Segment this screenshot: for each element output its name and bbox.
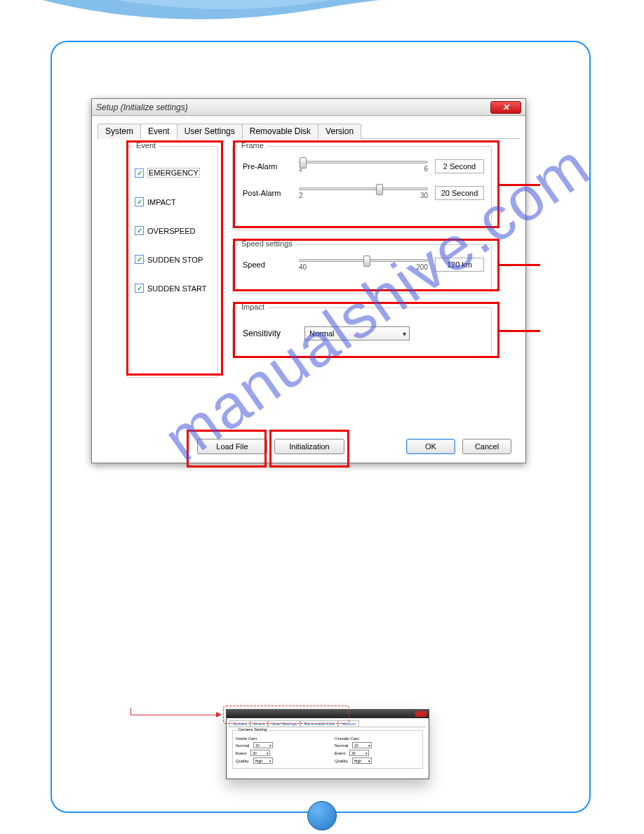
frame-groupbox-legend: Frame xyxy=(239,141,267,150)
frame-groupbox: Frame Pre-Alarm 2 6 2 Second Post-Alarm xyxy=(232,146,492,230)
prealarm-row: Pre-Alarm 2 6 2 Second xyxy=(243,159,484,173)
speed-label: Speed xyxy=(243,260,292,269)
speed-groupbox-legend: Speed settings xyxy=(239,239,295,248)
check-impact[interactable]: ✓ IMPACT xyxy=(135,197,217,206)
mini-content: Camera Setting Inside Cam Normal15 Event… xyxy=(227,727,429,772)
check-overspeed[interactable]: ✓ OVERSPEED xyxy=(135,226,217,235)
mini-inside-col: Inside Cam Normal15 Event20 QualityHigh xyxy=(236,736,321,765)
mini-camera-group: Camera Setting Inside Cam Normal15 Event… xyxy=(232,730,423,769)
mini-tab[interactable]: Version xyxy=(338,720,359,727)
annotation-arrow xyxy=(130,715,219,715)
speed-slider[interactable] xyxy=(299,259,428,262)
speed-max: 200 xyxy=(416,263,428,271)
checkbox-icon: ✓ xyxy=(135,284,144,293)
dialog-button-row: Load File Initialization OK Cancel xyxy=(92,439,525,454)
checkbox-label: OVERSPEED xyxy=(147,227,195,235)
speed-value: 120 km xyxy=(435,258,484,272)
speed-min: 40 xyxy=(299,263,307,271)
mini-dropdown[interactable]: 15 xyxy=(352,742,372,748)
checkbox-icon: ✓ xyxy=(135,255,144,264)
mini-outside-header: Outside Cam xyxy=(335,736,420,741)
page-number-circle xyxy=(307,801,337,830)
mini-outside-col: Outside Cam Normal15 Event20 QualityHigh xyxy=(335,736,420,765)
dialog-title: Setup (Initialize settings) xyxy=(96,102,188,112)
mini-titlebar xyxy=(227,710,429,718)
tab-strip: System Event User Settings Removable Dis… xyxy=(98,123,520,139)
mini-dropdown[interactable]: 20 xyxy=(349,750,369,756)
impact-groupbox: Impact Sensitivity Normal xyxy=(232,307,492,357)
speed-groupbox: Speed settings Speed 40 200 120 km xyxy=(232,244,492,293)
impact-groupbox-legend: Impact xyxy=(239,303,267,311)
close-button[interactable]: ✕ xyxy=(490,101,521,114)
annotation-arrow xyxy=(130,708,131,715)
mini-row-label: Quality xyxy=(335,759,348,763)
slider-thumb[interactable] xyxy=(363,256,370,267)
postalarm-row: Post-Alarm 2 30 20 Second xyxy=(243,186,484,200)
initialization-button[interactable]: Initialization xyxy=(274,439,344,454)
mini-row-label: Normal xyxy=(236,743,249,748)
check-sudden-start[interactable]: ✓ SUDDEN START xyxy=(135,284,217,293)
sensitivity-row: Sensitivity Normal xyxy=(243,326,484,340)
postalarm-min: 2 xyxy=(299,192,303,199)
tab-removable-disk[interactable]: Removable Disk xyxy=(242,124,318,139)
mini-close-button[interactable] xyxy=(415,711,427,717)
sensitivity-label: Sensitivity xyxy=(243,329,292,338)
mini-dropdown[interactable]: High xyxy=(352,757,372,764)
tab-content: Event ✓ EMERGENCY ✓ IMPACT ✓ OVERSPEED ✓… xyxy=(92,139,525,434)
checkbox-label: SUDDEN STOP xyxy=(147,256,203,264)
mini-camera-legend: Camera Setting xyxy=(236,727,269,732)
arrow-head-icon xyxy=(216,712,222,717)
postalarm-value: 20 Second xyxy=(435,186,484,200)
mini-dialog: System Event User Settings Removable Dis… xyxy=(226,709,429,779)
check-sudden-stop[interactable]: ✓ SUDDEN STOP xyxy=(135,255,217,264)
speed-row: Speed 40 200 120 km xyxy=(243,258,484,272)
mini-tab[interactable]: User Settings xyxy=(268,720,300,727)
checkbox-label: IMPACT xyxy=(147,198,176,206)
mini-tab[interactable]: Removable Disk xyxy=(300,720,338,727)
check-emergency[interactable]: ✓ EMERGENCY xyxy=(135,168,217,178)
cancel-button[interactable]: Cancel xyxy=(462,439,511,454)
sensitivity-value: Normal xyxy=(309,329,334,338)
ok-button[interactable]: OK xyxy=(406,439,455,454)
postalarm-slider[interactable] xyxy=(299,187,428,190)
mini-inside-header: Inside Cam xyxy=(236,736,321,741)
event-groupbox: Event ✓ EMERGENCY ✓ IMPACT ✓ OVERSPEED ✓… xyxy=(127,146,218,378)
postalarm-label: Post-Alarm xyxy=(243,189,292,197)
prealarm-label: Pre-Alarm xyxy=(243,162,292,171)
mini-row-label: Event xyxy=(236,751,246,755)
titlebar: Setup (Initialize settings) ✕ xyxy=(92,99,525,116)
mini-row-label: Quality xyxy=(236,759,249,763)
tab-event[interactable]: Event xyxy=(140,124,177,139)
sensitivity-dropdown[interactable]: Normal xyxy=(304,326,410,340)
postalarm-max: 30 xyxy=(420,192,428,199)
mini-tab[interactable]: Event xyxy=(250,720,268,727)
tab-system[interactable]: System xyxy=(98,124,141,139)
slider-thumb[interactable] xyxy=(376,184,383,195)
event-groupbox-legend: Event xyxy=(133,141,159,150)
top-wave xyxy=(0,0,644,35)
checkbox-label: EMERGENCY xyxy=(147,168,200,178)
mini-dropdown[interactable]: 20 xyxy=(250,750,270,756)
mini-tab-strip: System Event User Settings Removable Dis… xyxy=(229,720,426,727)
slider-thumb[interactable] xyxy=(300,157,307,168)
checkbox-label: SUDDEN START xyxy=(147,284,207,293)
checkbox-icon: ✓ xyxy=(135,226,144,235)
mini-row-label: Event xyxy=(335,751,345,755)
mini-row-label: Normal xyxy=(335,743,348,748)
prealarm-slider[interactable] xyxy=(299,161,428,164)
tab-version[interactable]: Version xyxy=(318,124,361,139)
checkbox-icon: ✓ xyxy=(135,168,144,178)
setup-dialog: Setup (Initialize settings) ✕ System Eve… xyxy=(91,98,526,463)
tab-user-settings[interactable]: User Settings xyxy=(177,124,243,139)
close-icon: ✕ xyxy=(502,102,509,112)
mini-dropdown[interactable]: High xyxy=(253,757,273,764)
prealarm-max: 6 xyxy=(424,165,428,173)
mini-dropdown[interactable]: 15 xyxy=(253,742,273,748)
mini-tab[interactable]: System xyxy=(229,720,250,727)
prealarm-value: 2 Second xyxy=(435,159,484,173)
load-file-button[interactable]: Load File xyxy=(197,439,267,454)
checkbox-icon: ✓ xyxy=(135,197,144,206)
